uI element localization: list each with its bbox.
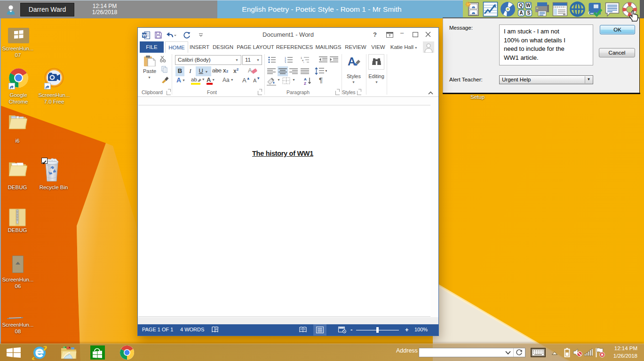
svg-text:A: A (519, 10, 523, 16)
svg-text:A: A (304, 77, 307, 81)
svg-text:Z: Z (304, 81, 306, 85)
svg-text:Q: Q (519, 2, 523, 8)
svg-text:A: A (248, 67, 252, 74)
svg-text:W: W (526, 2, 531, 8)
svg-text:3: 3 (285, 61, 286, 64)
svg-text:▼: ▼ (325, 69, 327, 72)
svg-text:A: A (348, 55, 356, 68)
svg-text:S: S (527, 10, 530, 16)
svg-text:i: i (303, 61, 304, 64)
